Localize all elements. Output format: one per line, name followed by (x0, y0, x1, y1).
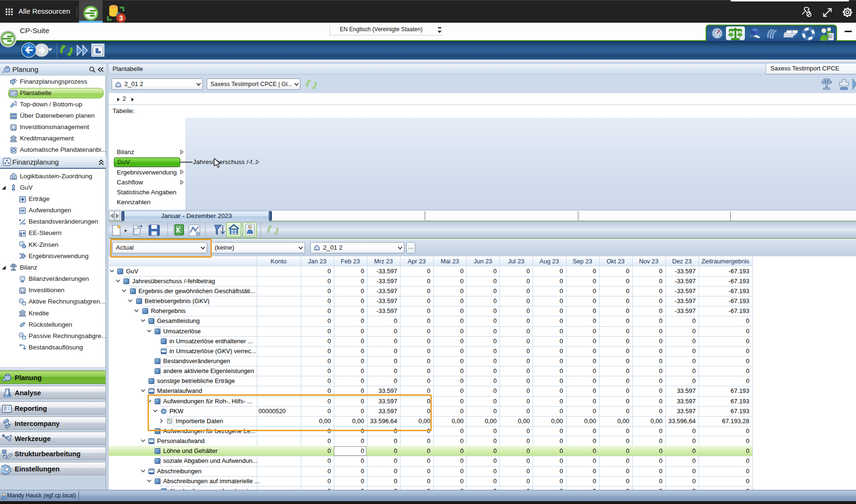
svg-text:3: 3 (119, 14, 123, 22)
svg-text:§: § (19, 230, 22, 236)
